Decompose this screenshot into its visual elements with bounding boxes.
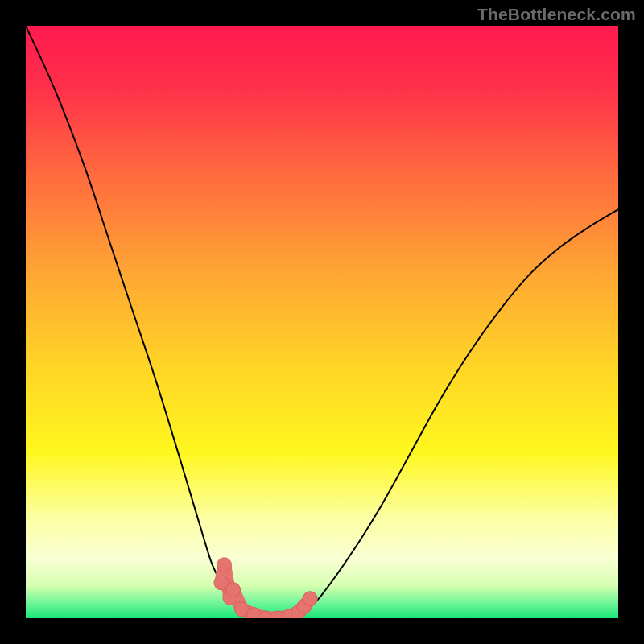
bottom-marker-cluster <box>214 558 317 618</box>
bottleneck-curve <box>26 26 618 618</box>
marker-dot <box>303 592 317 606</box>
chart-layer <box>26 26 618 618</box>
watermark-text: TheBottleneck.com <box>477 5 636 24</box>
marker-dot <box>226 583 241 597</box>
plot-area <box>26 26 618 618</box>
marker-dot <box>217 558 232 572</box>
outer-frame: TheBottleneck.com <box>0 0 644 644</box>
